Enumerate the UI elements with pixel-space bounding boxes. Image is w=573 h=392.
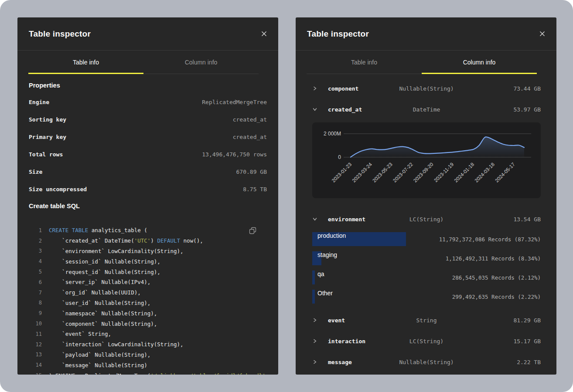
property-label: Primary key [29,134,66,140]
line-number: 6 [29,279,42,285]
tab-label: Column info [463,59,496,66]
column-type: DateTime [413,106,440,113]
tab-bar: Table info Column info [307,51,537,74]
value-row-other: Other299,492,635 Records (2.22%) [312,287,541,306]
sql-line: 2 `created_at` DateTime('UTC') DEFAULT n… [29,236,267,246]
column-type: Nullable(String) [399,85,454,92]
line-number: 13 [29,351,42,358]
area-fill [351,137,524,157]
line-number: 11 [29,331,42,337]
value-bar-container: qa [312,270,420,284]
line-number: 8 [29,300,42,306]
value-label: Other [317,290,333,297]
value-bar [312,290,315,304]
value-label: production [317,232,346,239]
y-axis-tick-label: 2 000M [324,131,341,137]
tab-column-info[interactable]: Column info [422,51,537,74]
sql-text: `message` Nullable(String) [49,362,147,368]
property-row: Primary keycreated_at [29,128,267,145]
created-at-histogram: 2 000M02023-01-232023-03-242023-05-23202… [312,122,541,198]
line-code: `namespace` Nullable(String), [49,310,157,317]
value-bar-container: Other [312,290,420,304]
create-table-sql-heading: Create table SQL [29,202,267,210]
environment-value-breakdown: production11,792,372,086 Records (87.32%… [312,230,541,306]
chevron-right-icon [312,359,319,365]
chevron-down-icon [312,107,319,112]
column-row-event[interactable]: eventString81.29 GB [312,310,541,331]
sql-text: `user_id` Nullable(String), [49,300,150,306]
modal-header: Table inspector [296,17,556,51]
tab-label: Table info [351,59,377,66]
property-value: created_at [233,134,267,140]
sql-text: ) [150,237,157,244]
column-row-interaction[interactable]: interactionLC(String)15.17 GB [312,331,541,351]
line-number: 12 [29,341,42,348]
sql-text: `namespace` Nullable(String), [49,310,157,317]
column-size: 73.44 GB [513,85,541,92]
line-number: 5 [29,269,42,275]
sql-text: analytics_table ( [88,227,147,233]
sql-line: 10 `component` Nullable(String), [29,318,267,329]
line-number: 9 [29,310,42,316]
property-value: ReplicatedMergeTree [202,99,267,105]
close-button[interactable] [259,29,269,38]
tab-table-info[interactable]: Table info [307,51,422,74]
property-label: Size uncompressed [29,186,87,193]
line-code: `component` Nullable(String), [49,321,157,327]
x-icon [261,31,267,37]
sql-line: 12 `interaction` LowCardinality(String), [29,339,267,350]
x-axis-tick-label: 2023-05-23 [372,162,393,183]
column-row-component[interactable]: componentNullable(String)73.44 GB [312,78,541,99]
column-type: String [416,317,437,324]
column-row-message[interactable]: messageNullable(String)2.22 TB [312,351,541,372]
x-axis-tick-label: 2023-11-19 [433,162,454,183]
column-name: event [328,317,345,324]
column-size: 2.22 TB [517,359,541,365]
sql-line: 14 `message` Nullable(String) [29,360,267,370]
table-inspector-modal-column-info: Table inspector Table info Column info c… [296,17,556,375]
properties-list: EngineReplicatedMergeTreeSorting keycrea… [29,93,267,198]
x-axis-tick-label: 2024-03-18 [474,162,495,183]
line-number: 15 [29,372,42,375]
line-number: 10 [29,321,42,327]
sql-text: `created_at` DateTime( [49,237,134,244]
sql-text: now(), [180,237,203,244]
x-axis-tick-label: 2023-09-20 [413,162,434,183]
x-axis-tick-label: 2023-01-23 [331,162,352,183]
line-number: 7 [29,290,42,296]
tab-label: Column info [185,59,218,66]
line-code: `payload` Nullable(String), [49,351,150,358]
line-number: 4 [29,258,42,264]
column-size: 13.54 GB [513,216,541,223]
sql-string: 'UTC' [134,237,151,244]
properties-heading: Properties [29,81,267,90]
column-row-created_at[interactable]: created_atDateTime53.97 GB [312,99,541,120]
modal-title: Table inspector [307,29,369,39]
x-icon [539,31,545,37]
close-button[interactable] [538,29,547,38]
property-value: created_at [233,116,267,123]
y-axis-tick-label: 0 [338,154,341,160]
column-name: environment [328,216,365,223]
sql-text: , [266,372,269,375]
property-value: 8.75 TB [243,186,267,193]
sql-line: 15) ENGINE = ReplicatedMergeTree('/click… [29,370,267,375]
tab-table-info[interactable]: Table info [28,51,143,74]
line-code: `request_id` Nullable(String), [49,269,160,275]
value-row-qa: qa286,545,035 Records (2.12%) [312,268,541,287]
x-axis-tick-label: 2024-05-17 [494,162,516,183]
copy-sql-button[interactable] [249,227,256,234]
column-row-environment[interactable]: environmentLC(String)13.54 GB [312,209,541,230]
column-type: Nullable(String) [399,359,454,365]
column-size: 15.17 GB [513,338,541,345]
x-axis-tick-label: 2023-07-22 [392,162,414,183]
value-records-count: 11,792,372,086 Records (87.32%) [439,236,541,243]
column-info-content: componentNullable(String)73.44 GBcreated… [296,74,556,372]
sql-text: `server_ip` Nullable(IPv4), [49,279,150,285]
tab-column-info[interactable]: Column info [143,51,259,74]
column-size: 53.97 GB [513,106,541,113]
sql-line: 3 `environment` LowCardinality(String), [29,246,267,257]
sql-text: `environment` LowCardinality(String), [49,248,184,254]
column-type: LC(String) [409,216,443,223]
value-records-count: 299,492,635 Records (2.22%) [452,294,541,300]
